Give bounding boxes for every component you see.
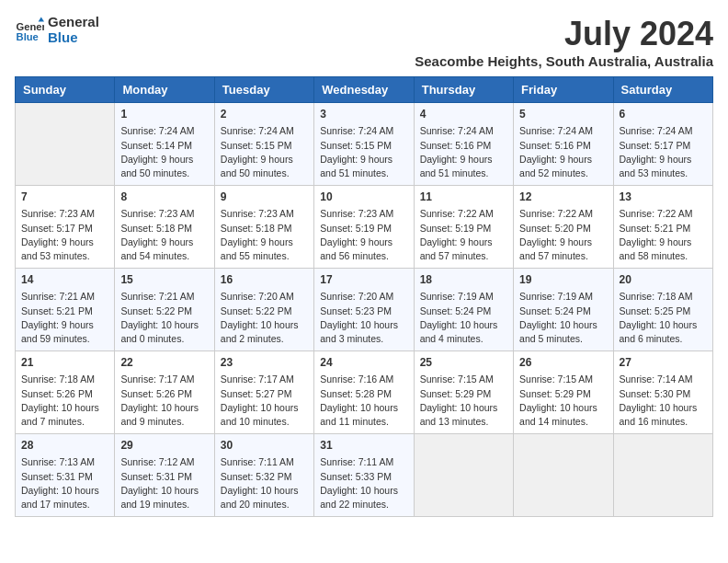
daylight-text: Daylight: 10 hours and 13 minutes. [420,401,507,429]
sunset-text: Sunset: 5:24 PM [420,304,507,318]
calendar-week-row: 1Sunrise: 7:24 AMSunset: 5:14 PMDaylight… [16,103,713,186]
month-year-title: July 2024 [415,15,713,53]
day-number: 19 [519,272,607,288]
sunset-text: Sunset: 5:31 PM [120,470,208,484]
day-number: 27 [620,355,707,371]
sunset-text: Sunset: 5:21 PM [620,222,707,236]
sunset-text: Sunset: 5:22 PM [120,304,208,318]
day-number: 21 [21,355,108,371]
calendar-cell: 27Sunrise: 7:14 AMSunset: 5:30 PMDayligh… [613,351,712,434]
day-number: 5 [519,107,607,122]
sunrise-text: Sunrise: 7:23 AM [221,207,308,221]
calendar-cell [514,434,613,517]
calendar-table: SundayMondayTuesdayWednesdayThursdayFrid… [15,76,713,517]
sunrise-text: Sunrise: 7:22 AM [620,207,707,221]
daylight-text: Daylight: 9 hours and 50 minutes. [120,153,208,180]
sunrise-text: Sunrise: 7:23 AM [320,207,407,221]
day-number: 13 [620,190,707,205]
day-number: 17 [320,272,407,288]
day-number: 28 [21,438,108,454]
sunset-text: Sunset: 5:29 PM [420,387,507,401]
sunset-text: Sunset: 5:16 PM [420,139,507,153]
sunrise-text: Sunrise: 7:20 AM [320,290,407,304]
sunrise-text: Sunrise: 7:12 AM [120,455,208,469]
day-number: 8 [120,190,208,205]
sunrise-text: Sunrise: 7:17 AM [120,373,208,386]
daylight-text: Daylight: 10 hours and 16 minutes. [620,401,707,429]
sunrise-text: Sunrise: 7:11 AM [320,455,407,469]
daylight-text: Daylight: 9 hours and 57 minutes. [420,236,507,263]
svg-text:General: General [17,21,44,32]
calendar-cell: 5Sunrise: 7:24 AMSunset: 5:16 PMDaylight… [514,103,613,186]
daylight-text: Daylight: 10 hours and 19 minutes. [120,484,208,511]
sunrise-text: Sunrise: 7:19 AM [420,290,507,304]
day-number: 2 [221,107,308,122]
calendar-week-row: 7Sunrise: 7:23 AMSunset: 5:17 PMDaylight… [16,186,713,269]
weekday-header-thursday: Thursday [414,77,513,103]
sunrise-text: Sunrise: 7:24 AM [420,124,507,138]
day-number: 7 [21,190,108,205]
daylight-text: Daylight: 10 hours and 11 minutes. [320,401,407,429]
daylight-text: Daylight: 10 hours and 14 minutes. [519,401,607,429]
calendar-week-row: 14Sunrise: 7:21 AMSunset: 5:21 PMDayligh… [16,269,713,351]
calendar-cell: 6Sunrise: 7:24 AMSunset: 5:17 PMDaylight… [613,103,712,186]
calendar-cell: 20Sunrise: 7:18 AMSunset: 5:25 PMDayligh… [613,269,712,351]
calendar-cell: 13Sunrise: 7:22 AMSunset: 5:21 PMDayligh… [613,186,712,269]
sunrise-text: Sunrise: 7:24 AM [320,124,407,138]
sunset-text: Sunset: 5:16 PM [519,139,607,153]
day-number: 11 [420,190,507,205]
calendar-cell: 2Sunrise: 7:24 AMSunset: 5:15 PMDaylight… [214,103,313,186]
calendar-week-row: 28Sunrise: 7:13 AMSunset: 5:31 PMDayligh… [16,434,713,517]
sunset-text: Sunset: 5:28 PM [320,387,407,401]
daylight-text: Daylight: 9 hours and 55 minutes. [221,236,308,263]
sunset-text: Sunset: 5:15 PM [320,139,407,153]
day-number: 15 [120,272,208,288]
sunset-text: Sunset: 5:30 PM [620,387,707,401]
weekday-header-monday: Monday [115,77,214,103]
daylight-text: Daylight: 10 hours and 4 minutes. [420,318,507,346]
daylight-text: Daylight: 10 hours and 10 minutes. [221,401,308,429]
day-number: 30 [221,438,308,454]
sunrise-text: Sunrise: 7:22 AM [420,207,507,221]
calendar-cell: 30Sunrise: 7:11 AMSunset: 5:32 PMDayligh… [214,434,313,517]
day-number: 12 [519,190,607,205]
logo-icon: General Blue [15,16,44,45]
calendar-cell: 31Sunrise: 7:11 AMSunset: 5:33 PMDayligh… [314,434,414,517]
day-number: 26 [519,355,607,371]
calendar-cell: 14Sunrise: 7:21 AMSunset: 5:21 PMDayligh… [16,269,115,351]
calendar-cell: 10Sunrise: 7:23 AMSunset: 5:19 PMDayligh… [314,186,414,269]
day-number: 31 [320,438,407,454]
daylight-text: Daylight: 10 hours and 3 minutes. [320,318,407,346]
day-number: 20 [620,272,707,288]
sunrise-text: Sunrise: 7:24 AM [519,124,607,138]
sunset-text: Sunset: 5:23 PM [320,304,407,318]
logo-line1: General [48,15,99,30]
calendar-cell [414,434,513,517]
calendar-cell: 4Sunrise: 7:24 AMSunset: 5:16 PMDaylight… [414,103,513,186]
day-number: 18 [420,272,507,288]
calendar-cell: 22Sunrise: 7:17 AMSunset: 5:26 PMDayligh… [115,351,214,434]
daylight-text: Daylight: 10 hours and 22 minutes. [320,484,407,511]
calendar-cell: 7Sunrise: 7:23 AMSunset: 5:17 PMDaylight… [16,186,115,269]
sunrise-text: Sunrise: 7:17 AM [221,373,308,386]
daylight-text: Daylight: 10 hours and 9 minutes. [120,401,208,429]
sunrise-text: Sunrise: 7:15 AM [519,373,607,386]
weekday-header-saturday: Saturday [613,77,712,103]
daylight-text: Daylight: 9 hours and 56 minutes. [320,236,407,263]
daylight-text: Daylight: 9 hours and 51 minutes. [320,153,407,180]
calendar-cell: 18Sunrise: 7:19 AMSunset: 5:24 PMDayligh… [414,269,513,351]
weekday-header-tuesday: Tuesday [214,77,313,103]
day-number: 1 [120,107,208,122]
calendar-cell: 11Sunrise: 7:22 AMSunset: 5:19 PMDayligh… [414,186,513,269]
daylight-text: Daylight: 10 hours and 6 minutes. [620,318,707,346]
daylight-text: Daylight: 10 hours and 5 minutes. [519,318,607,346]
sunset-text: Sunset: 5:17 PM [21,222,108,236]
sunrise-text: Sunrise: 7:11 AM [221,455,308,469]
calendar-cell [16,103,115,186]
daylight-text: Daylight: 9 hours and 52 minutes. [519,153,607,180]
sunset-text: Sunset: 5:33 PM [320,470,407,484]
sunset-text: Sunset: 5:15 PM [221,139,308,153]
svg-text:Blue: Blue [17,31,39,42]
calendar-cell: 1Sunrise: 7:24 AMSunset: 5:14 PMDaylight… [115,103,214,186]
calendar-cell: 26Sunrise: 7:15 AMSunset: 5:29 PMDayligh… [514,351,613,434]
